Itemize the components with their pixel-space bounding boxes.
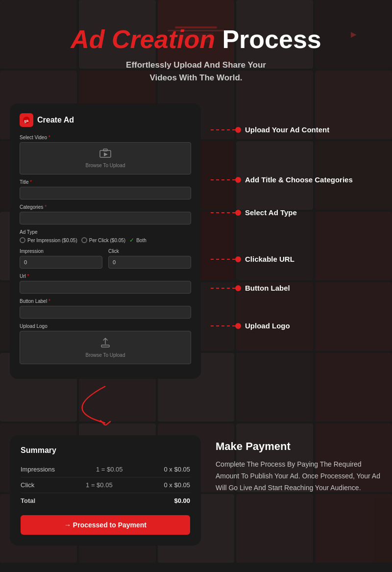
ad-type-section: Ad Type Per Impression ($0.05) Per Click… (20, 229, 191, 244)
logo-upload-icon (101, 337, 110, 350)
impressions-rate: 1 = $0.05 (96, 466, 123, 473)
impression-label: Impression (20, 249, 102, 254)
button-label-section: Button Label * (20, 298, 191, 319)
click-label: Click (21, 481, 34, 489)
url-section: Url * (20, 274, 191, 294)
svg-text:gk: gk (24, 119, 29, 123)
upload-logo-section: Upload Logo Browse To Upload (20, 323, 191, 364)
title-input[interactable] (20, 187, 191, 199)
button-label-input[interactable] (20, 306, 191, 319)
summary-section: Summary Impressions 1 = $0.05 0 x $0.05 … (10, 435, 382, 546)
annotation-url-text: Clickable URL (245, 255, 294, 263)
per-click-radio[interactable] (81, 237, 87, 243)
summary-total-row: Total $0.00 (21, 493, 190, 508)
title-white: Process (215, 25, 321, 53)
categories-label: Categories * (20, 204, 191, 210)
annotation-title-text: Add Title & Choose Categories (245, 175, 353, 184)
categories-section: Categories * (20, 204, 191, 224)
annotation-adtype-text: Select Ad Type (245, 208, 297, 217)
page-title: Ad Creation Process (10, 25, 382, 54)
per-impression-radio[interactable] (20, 237, 25, 243)
make-payment-info: Make Payment Complete The Process By Pay… (216, 435, 382, 494)
categories-input[interactable] (20, 212, 191, 224)
click-input[interactable] (108, 256, 191, 269)
logo-browse-text: Browse To Upload (86, 352, 125, 358)
summary-click-row: Click 1 = $0.05 0 x $0.05 (21, 477, 190, 493)
annotation-logo-text: Upload Logo (245, 322, 290, 330)
click-label: Click (108, 249, 191, 254)
logo-upload-area[interactable]: Browse To Upload (20, 331, 191, 364)
annotations-panel: Upload Your Ad Content Add Title & Choos… (201, 103, 382, 330)
select-video-section: Select Video * Browse To Upload (20, 135, 191, 174)
curved-arrow-container (10, 381, 201, 425)
card-logo: gk (20, 113, 33, 127)
payment-button[interactable]: → Processed to Payment (21, 515, 190, 535)
annotation-url: Clickable URL (211, 255, 382, 263)
card-header: gk Create Ad (20, 113, 191, 127)
make-payment-title: Make Payment (216, 440, 382, 453)
create-ad-card: gk Create Ad Select Video * (10, 103, 201, 379)
svg-marker-3 (104, 152, 108, 156)
annotation-logo: Upload Logo (211, 322, 382, 330)
ad-type-options: Per Impression ($0.05) Per Click ($0.05)… (20, 237, 191, 244)
per-click-option[interactable]: Per Click ($0.05) (81, 237, 125, 243)
video-browse-text: Browse To Upload (86, 163, 125, 168)
video-upload-icon (99, 149, 111, 161)
impression-col: Impression (20, 249, 102, 269)
total-amount: $0.00 (174, 497, 190, 504)
page-subtitle: Effortlessly Upload And Share Your Video… (10, 59, 382, 84)
impressions-label: Impressions (21, 466, 55, 473)
title-red: Ad Creation (71, 25, 215, 53)
middle-section: gk Create Ad Select Video * (10, 103, 382, 379)
per-impression-option[interactable]: Per Impression ($0.05) (20, 237, 77, 243)
summary-impressions-row: Impressions 1 = $0.05 0 x $0.05 (21, 462, 190, 477)
annotation-button-text: Button Label (245, 284, 290, 292)
svg-rect-5 (101, 345, 109, 347)
svg-rect-4 (103, 149, 107, 151)
both-option[interactable]: ✓ Both (129, 237, 147, 244)
click-col: Click (108, 249, 191, 269)
impression-input[interactable] (20, 256, 102, 269)
button-label-label: Button Label * (20, 298, 191, 304)
title-section: Title * (20, 179, 191, 199)
annotation-add-title: Add Title & Choose Categories (211, 175, 382, 184)
annotation-upload-content: Upload Your Ad Content (211, 125, 382, 134)
video-upload-area[interactable]: Browse To Upload (20, 142, 191, 174)
summary-title: Summary (21, 446, 190, 455)
click-amount: 0 x $0.05 (164, 481, 191, 489)
curved-arrow-svg (10, 381, 201, 425)
impressions-amount: 0 x $0.05 (164, 466, 191, 473)
upload-logo-label: Upload Logo (20, 323, 191, 329)
card-title: Create Ad (37, 116, 74, 124)
url-label: Url * (20, 274, 191, 279)
annotation-upload-text: Upload Your Ad Content (245, 125, 329, 134)
url-input[interactable] (20, 281, 191, 294)
page-title-section: Ad Creation Process Effortlessly Upload … (10, 10, 382, 89)
annotation-ad-type: Select Ad Type (211, 208, 382, 217)
impression-click-section: Impression Click (20, 249, 191, 269)
main-content: Ad Creation Process Effortlessly Upload … (0, 0, 392, 555)
both-check-icon: ✓ (129, 237, 134, 244)
annotation-button-label: Button Label (211, 284, 382, 292)
make-payment-description: Complete The Process By Paying The Requi… (216, 459, 382, 494)
ad-type-label: Ad Type (20, 229, 191, 235)
title-label: Title * (20, 179, 191, 185)
total-label: Total (21, 497, 35, 504)
annotation-list: Upload Your Ad Content Add Title & Choos… (211, 108, 382, 330)
click-rate: 1 = $0.05 (86, 481, 113, 489)
select-video-label: Select Video * (20, 135, 191, 140)
summary-card: Summary Impressions 1 = $0.05 0 x $0.05 … (10, 435, 201, 546)
